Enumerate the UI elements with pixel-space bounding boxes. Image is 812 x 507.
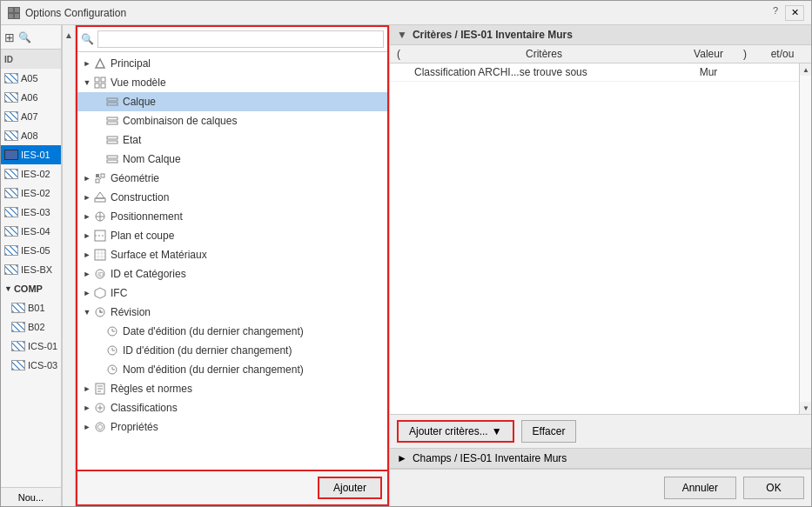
hatch-icon [11, 322, 25, 332]
champs-section: ► Champs / IES-01 Inventaire Murs [390, 449, 811, 469]
hatch-icon [11, 341, 25, 351]
champs-title: Champs / IES-01 Inventaire Murs [413, 452, 567, 464]
list-item[interactable]: B01 [1, 298, 61, 317]
svg-rect-3 [15, 14, 19, 18]
list-item-ies01[interactable]: IES-01 [1, 145, 61, 164]
scroll-down-button[interactable]: ▼ [800, 402, 811, 414]
list-item[interactable]: IES-02 [1, 183, 61, 203]
tree-item-nom-calque[interactable]: Nom Calque [77, 150, 387, 169]
tree-search-input[interactable] [97, 30, 384, 48]
grid-icon: ⊞ [4, 30, 15, 44]
tree-item-plan-coupe[interactable]: ► Plan et coupe [77, 226, 387, 245]
tree-item-id-categories[interactable]: ► ID ID et Catégories [77, 264, 387, 284]
search-icon: 🔍 [18, 31, 31, 43]
tree-item-calque[interactable]: Calque [77, 92, 387, 111]
tree-item-etat[interactable]: Etat [77, 130, 387, 150]
main-window: Options Configuration ? ✕ ⊞ 🔍 ID A05 [0, 0, 812, 507]
positionnement-icon [93, 210, 107, 223]
champs-header[interactable]: ► Champs / IES-01 Inventaire Murs [390, 449, 811, 469]
tree-item-construction[interactable]: ► Construction [77, 188, 387, 207]
list-item[interactable]: ICS-01 [1, 337, 61, 356]
svg-rect-21 [95, 198, 105, 202]
scroll-up-button[interactable]: ▲ [800, 63, 811, 76]
tree-item-surface-materiaux[interactable]: ► Surface et Matériaux [77, 245, 387, 264]
tree-item-ifc[interactable]: ► IFC [77, 284, 387, 303]
svg-text:ID: ID [97, 271, 104, 277]
tree-item-vue-modele[interactable]: ▼ Vue modèle [77, 73, 387, 92]
tree-item-id-edition[interactable]: ID d'édition (du dernier changement) [77, 341, 387, 360]
tree-item-classifications[interactable]: ► Classifications [77, 398, 387, 417]
tree-item-positionnement[interactable]: ► Positionnement [77, 207, 387, 226]
list-item[interactable]: IES-BX [1, 260, 61, 279]
list-item[interactable]: A05 [1, 69, 61, 88]
list-item[interactable]: B02 [1, 317, 61, 337]
plan-coupe-icon [93, 229, 107, 243]
criteria-row[interactable]: Classification ARCHI...se trouve sous Mu… [390, 63, 811, 82]
tree-item-label: IFC [111, 287, 384, 299]
col-criteres: Critères [414, 48, 674, 60]
date-icon [105, 324, 119, 338]
tree-item-label: Plan et coupe [111, 230, 384, 242]
svg-rect-15 [107, 156, 117, 158]
etat-icon [105, 133, 119, 147]
tree-item-combinaison[interactable]: Combinaison de calques [77, 111, 387, 130]
hatch-icon [4, 111, 18, 122]
svg-rect-10 [107, 103, 117, 105]
effacer-button[interactable]: Effacer [521, 420, 577, 443]
tree-item-label: ID et Catégories [111, 268, 384, 280]
svg-rect-17 [96, 174, 99, 177]
svg-rect-14 [107, 141, 117, 143]
hatch-icon [4, 150, 18, 160]
list-item-comp-header[interactable]: ▼ COMP [1, 279, 61, 298]
hatch-icon [4, 207, 18, 217]
right-top: ▼ Critères / IES-01 Inventaire Murs ( Cr… [390, 25, 811, 469]
tree-item-regles[interactable]: ► Règles et normes [77, 379, 387, 398]
ok-button[interactable]: OK [743, 477, 804, 499]
bottom-actions: Annuler OK [390, 469, 811, 506]
annuler-button[interactable]: Annuler [664, 477, 736, 499]
list-item[interactable]: A06 [1, 88, 61, 107]
classifications-icon [93, 401, 107, 415]
list-item[interactable]: A08 [1, 126, 61, 145]
help-button[interactable]: ? [769, 5, 782, 21]
tree-item-label: Date d'édition (du dernier changement) [123, 325, 384, 337]
criteria-action-bar: Ajouter critères... ▼ Effacer [390, 415, 811, 449]
nav-up-button[interactable]: ▲ [63, 29, 75, 41]
tree-item-label: Calque [123, 96, 384, 108]
expand-icon: ► [81, 249, 93, 261]
geometrie-icon [93, 171, 107, 185]
list-item[interactable]: IES-04 [1, 222, 61, 241]
list-item[interactable]: ICS-03 [1, 356, 61, 375]
list-item[interactable]: A07 [1, 107, 61, 126]
tree-item-label: Géométrie [111, 172, 384, 184]
title-bar-left: Options Configuration [8, 7, 126, 19]
tree-item-date-edition[interactable]: Date d'édition (du dernier changement) [77, 322, 387, 341]
window-title: Options Configuration [25, 7, 126, 19]
tree-item-proprietes[interactable]: ► Propriétés [77, 417, 387, 437]
hatch-icon [4, 245, 18, 256]
criteria-title: Critères / IES-01 Inventaire Murs [413, 29, 573, 41]
expand-icon: ► [81, 230, 93, 242]
list-item[interactable]: IES-02 [1, 164, 61, 183]
tree-item-principal[interactable]: ► Principal [77, 54, 387, 73]
close-button[interactable]: ✕ [785, 5, 804, 21]
expand-icon: ► [81, 210, 93, 223]
nom-edition-icon [105, 363, 119, 377]
expand-icon: ► [81, 402, 93, 414]
tree-body: ► Principal ▼ [77, 52, 387, 470]
tree-item-revision[interactable]: ▼ Révision [77, 303, 387, 322]
tree-item-geometrie[interactable]: ► Géométrie [77, 169, 387, 188]
expand-icon [93, 134, 105, 146]
tree-item-nom-edition[interactable]: Nom d'édition (du dernier changement) [77, 360, 387, 379]
criteria-scrollbar: ▲ ▼ [799, 63, 811, 414]
add-new-button[interactable]: Nou... [1, 487, 61, 506]
list-item[interactable]: IES-05 [1, 241, 61, 260]
tree-item-label: Combinaison de calques [123, 115, 384, 127]
add-button[interactable]: Ajouter [318, 477, 382, 499]
list-item[interactable]: IES-03 [1, 203, 61, 222]
svg-rect-7 [95, 83, 99, 88]
expand-icon: ▼ [4, 284, 12, 293]
add-criteria-button[interactable]: Ajouter critères... ▼ [397, 420, 514, 443]
scroll-track [800, 76, 811, 402]
regles-icon [93, 382, 107, 396]
